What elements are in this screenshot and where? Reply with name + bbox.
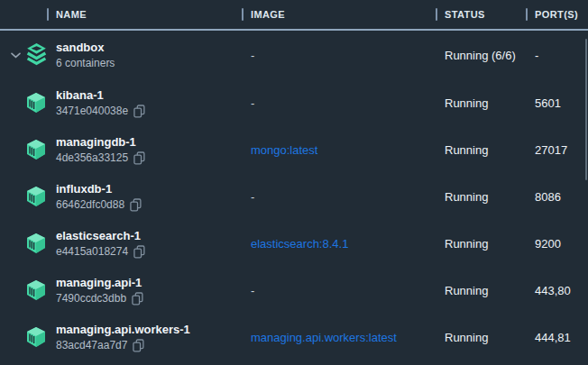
column-divider [47, 8, 49, 21]
name-cell: elasticsearch-1 e4415a018274 [0, 229, 242, 259]
copy-icon[interactable] [133, 105, 145, 118]
container-id: 7490ccdc3dbb [56, 292, 126, 306]
image-text: - [242, 96, 436, 110]
status-text: Running [436, 331, 526, 344]
copy-icon[interactable] [133, 151, 145, 165]
ports-text: - [526, 49, 588, 62]
table-body: sandbox 6 containers - Running (6/6) - [0, 31, 588, 365]
ports-text: 9200 [526, 237, 588, 251]
column-header-ports[interactable]: PORT(S) [526, 8, 588, 21]
ports-text: 27017 [526, 143, 588, 157]
table-row[interactable]: elasticsearch-1 e4415a018274 elasticsear… [0, 220, 588, 267]
container-cube-icon [25, 139, 47, 160]
image-link[interactable]: elasticsearch:8.4.1 [242, 237, 436, 251]
column-header-image-label: IMAGE [251, 9, 285, 20]
table-row[interactable]: managing.api.workers-1 83acd47aa7d7 mana… [0, 314, 588, 360]
name-cell: managing.api.workers-1 83acd47aa7d7 [0, 323, 242, 352]
compose-group-row[interactable]: sandbox 6 containers - Running (6/6) - [0, 31, 588, 79]
containers-table: NAME IMAGE STATUS PORT(S) [0, 0, 588, 365]
table-row[interactable]: managing.api-1 7490ccdc3dbb - Running 44… [0, 267, 588, 314]
status-text: Running [436, 143, 526, 157]
container-id: e4415a018274 [56, 245, 128, 259]
table-header: NAME IMAGE STATUS PORT(S) [0, 0, 588, 29]
chevron-down-icon[interactable] [9, 52, 22, 59]
container-cube-icon [25, 186, 47, 207]
container-name: elasticsearch-1 [56, 229, 141, 242]
copy-icon[interactable] [133, 339, 144, 352]
image-text: - [242, 190, 436, 204]
column-header-status-label: STATUS [445, 9, 485, 20]
column-header-image[interactable]: IMAGE [242, 8, 436, 21]
column-header-status[interactable]: STATUS [436, 8, 526, 21]
container-name: influxdb-1 [56, 182, 112, 196]
container-name: managing.api-1 [56, 276, 142, 289]
layers-stack-icon [25, 42, 48, 68]
column-header-name-label: NAME [56, 9, 87, 20]
status-text: Running (6/6) [436, 49, 526, 62]
ports-text: 8086 [526, 190, 588, 204]
status-text: Running [436, 237, 526, 251]
container-name: managing.api.workers-1 [56, 323, 190, 336]
name-cell: sandbox 6 containers [0, 41, 242, 70]
container-id: 66462dfc0d88 [56, 198, 124, 212]
container-cube-icon [25, 92, 47, 114]
container-name: sandbox [56, 41, 104, 54]
ports-text: 443,80 [526, 284, 588, 297]
ports-text: 444,81 [526, 331, 588, 344]
image-text: - [242, 284, 436, 297]
column-divider [526, 8, 528, 21]
image-link[interactable]: managing.api.workers:latest [242, 331, 436, 344]
status-text: Running [436, 190, 526, 204]
table-row[interactable]: influxdb-1 66462dfc0d88 - Running 8086 [0, 173, 588, 220]
name-cell: managing.api-1 7490ccdc3dbb [0, 276, 242, 306]
column-header-name[interactable]: NAME [0, 8, 242, 21]
column-divider [436, 8, 437, 21]
copy-icon[interactable] [133, 245, 145, 259]
container-name: kibana-1 [56, 88, 104, 102]
table-row[interactable]: kibana-1 3471e040038e - Running 5601 [0, 79, 588, 126]
image-text: - [242, 49, 436, 62]
column-header-ports-label: PORT(S) [535, 9, 578, 20]
copy-icon[interactable] [130, 198, 142, 212]
column-divider [242, 8, 243, 21]
status-text: Running [436, 284, 526, 297]
container-name: managingdb-1 [56, 135, 136, 149]
container-cube-icon [25, 326, 47, 348]
container-id: 83acd47aa7d7 [56, 339, 127, 352]
ports-text: 5601 [526, 96, 588, 110]
image-link[interactable]: mongo:latest [242, 143, 436, 157]
container-cube-icon [25, 279, 47, 301]
table-row[interactable]: managingdb-1 4de356a33125 mongo:latest R… [0, 126, 588, 173]
container-id: 6 containers [56, 57, 115, 70]
copy-icon[interactable] [132, 292, 143, 306]
status-text: Running [436, 96, 526, 110]
container-id: 3471e040038e [56, 105, 128, 118]
name-cell: managingdb-1 4de356a33125 [0, 135, 242, 165]
container-id: 4de356a33125 [56, 151, 128, 165]
scrollbar[interactable] [585, 39, 587, 180]
name-cell: kibana-1 3471e040038e [0, 88, 242, 118]
name-cell: influxdb-1 66462dfc0d88 [0, 182, 242, 212]
container-cube-icon [25, 233, 47, 254]
